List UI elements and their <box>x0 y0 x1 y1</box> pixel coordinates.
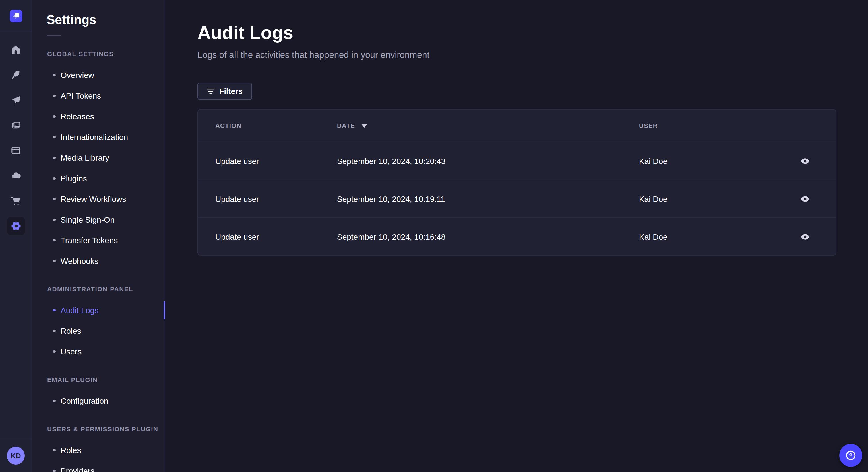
cell-date: September 10, 2024, 10:16:48 <box>337 232 639 241</box>
main-nav-rail: KD <box>0 0 32 472</box>
sidebar-item-audit-logs[interactable]: Audit Logs <box>32 300 165 321</box>
question-mark-icon: ? <box>845 450 857 461</box>
eye-icon <box>801 158 809 164</box>
section-users-permissions-plugin: USERS & PERMISSIONS PLUGIN Roles Provide… <box>32 418 165 472</box>
nav-settings[interactable] <box>0 213 32 239</box>
strapi-admin-app: KD Settings GLOBAL SETTINGS Overview API… <box>0 0 868 472</box>
title-divider <box>47 35 61 36</box>
rail-nav <box>0 32 32 239</box>
strapi-logo-icon <box>9 9 22 22</box>
sidebar-item-api-tokens[interactable]: API Tokens <box>32 86 165 106</box>
page-subtitle: Logs of all the activities that happened… <box>197 49 868 61</box>
cell-user: Kai Doe <box>639 232 774 241</box>
gear-icon <box>10 220 22 232</box>
sidebar-item-media-library[interactable]: Media Library <box>32 147 165 168</box>
sort-desc-icon <box>361 124 367 128</box>
sidebar-item-transfer-tokens[interactable]: Transfer Tokens <box>32 230 165 250</box>
home-icon <box>11 44 21 54</box>
view-log-button[interactable] <box>797 191 813 207</box>
table-row[interactable]: Update user September 10, 2024, 10:16:48… <box>198 217 836 255</box>
bullet-icon <box>53 309 55 312</box>
eye-icon <box>801 195 809 202</box>
bullet-icon <box>53 136 55 138</box>
feather-icon <box>11 70 21 79</box>
section-label: GLOBAL SETTINGS <box>32 43 165 65</box>
nav-send[interactable] <box>0 87 32 112</box>
cell-user: Kai Doe <box>639 194 774 203</box>
settings-subnav: Settings GLOBAL SETTINGS Overview API To… <box>32 0 165 472</box>
subnav-title: Settings <box>46 14 165 26</box>
cell-action: Update user <box>215 194 337 203</box>
workspace-logo-section <box>0 0 32 32</box>
bullet-icon <box>53 177 55 180</box>
cell-action: Update user <box>215 232 337 241</box>
view-log-button[interactable] <box>797 229 813 245</box>
sidebar-item-email-configuration[interactable]: Configuration <box>32 391 165 411</box>
filter-lines-icon <box>207 88 215 94</box>
table-row[interactable]: Update user September 10, 2024, 10:20:43… <box>198 142 836 179</box>
cell-date: September 10, 2024, 10:19:11 <box>337 194 639 203</box>
bullet-icon <box>53 239 55 242</box>
sidebar-item-releases[interactable]: Releases <box>32 106 165 127</box>
view-log-button[interactable] <box>797 153 813 169</box>
rail-user-section: KD <box>0 439 32 472</box>
sidebar-item-plugins[interactable]: Plugins <box>32 168 165 189</box>
bullet-icon <box>53 157 55 159</box>
main-content: Audit Logs Logs of all the activities th… <box>165 0 868 472</box>
sidebar-item-admin-users[interactable]: Users <box>32 341 165 362</box>
help-button[interactable]: ? <box>839 444 862 467</box>
cart-icon <box>11 196 21 206</box>
sidebar-item-single-sign-on[interactable]: Single Sign-On <box>32 209 165 230</box>
nav-media-library[interactable] <box>0 112 32 138</box>
sidebar-item-internationalization[interactable]: Internationalization <box>32 127 165 147</box>
sidebar-item-review-workflows[interactable]: Review Workflows <box>32 189 165 209</box>
column-header-user: USER <box>639 122 774 129</box>
bullet-icon <box>53 74 55 76</box>
eye-icon <box>801 233 809 240</box>
cloud-icon <box>11 171 21 180</box>
sidebar-item-admin-roles[interactable]: Roles <box>32 321 165 341</box>
sidebar-item-up-providers[interactable]: Providers <box>32 461 165 472</box>
section-email-plugin: EMAIL PLUGIN Configuration <box>32 369 165 411</box>
bullet-icon <box>53 218 55 221</box>
section-label: USERS & PERMISSIONS PLUGIN <box>32 418 165 440</box>
pictures-icon <box>11 120 21 130</box>
sidebar-item-up-roles[interactable]: Roles <box>32 440 165 461</box>
column-header-action: ACTION <box>215 122 337 129</box>
section-administration-panel: ADMINISTRATION PANEL Audit Logs Roles Us… <box>32 278 165 362</box>
table-row[interactable]: Update user September 10, 2024, 10:19:11… <box>198 179 836 217</box>
nav-cloud[interactable] <box>0 163 32 188</box>
column-header-date[interactable]: DATE <box>337 122 639 129</box>
filters-button[interactable]: Filters <box>197 82 252 100</box>
nav-marketplace[interactable] <box>0 188 32 213</box>
table-header-row: ACTION DATE USER <box>198 109 836 142</box>
filters-button-label: Filters <box>219 87 243 96</box>
paper-plane-icon <box>11 95 21 105</box>
bullet-icon <box>53 449 55 452</box>
bullet-icon <box>53 198 55 200</box>
section-label: ADMINISTRATION PANEL <box>32 278 165 300</box>
user-avatar[interactable]: KD <box>7 447 25 465</box>
svg-text:?: ? <box>849 452 852 459</box>
strapi-logo[interactable] <box>9 9 22 22</box>
section-global-settings: GLOBAL SETTINGS Overview API Tokens Rele… <box>32 43 165 271</box>
bullet-icon <box>53 470 55 472</box>
sidebar-item-webhooks[interactable]: Webhooks <box>32 250 165 271</box>
audit-logs-table: ACTION DATE USER Update user September 1… <box>197 109 836 256</box>
nav-content-type-builder[interactable] <box>0 138 32 163</box>
active-nav-highlight <box>7 217 25 235</box>
nav-content-manager[interactable] <box>0 62 32 87</box>
cell-user: Kai Doe <box>639 156 774 165</box>
layout-icon <box>11 145 21 155</box>
bullet-icon <box>53 260 55 262</box>
sidebar-item-overview[interactable]: Overview <box>32 65 165 86</box>
bullet-icon <box>53 95 55 97</box>
cell-date: September 10, 2024, 10:20:43 <box>337 156 639 165</box>
bullet-icon <box>53 350 55 353</box>
section-label: EMAIL PLUGIN <box>32 369 165 391</box>
nav-home[interactable] <box>0 37 32 62</box>
bullet-icon <box>53 115 55 118</box>
page-title: Audit Logs <box>197 23 868 42</box>
bullet-icon <box>53 330 55 332</box>
cell-action: Update user <box>215 156 337 165</box>
